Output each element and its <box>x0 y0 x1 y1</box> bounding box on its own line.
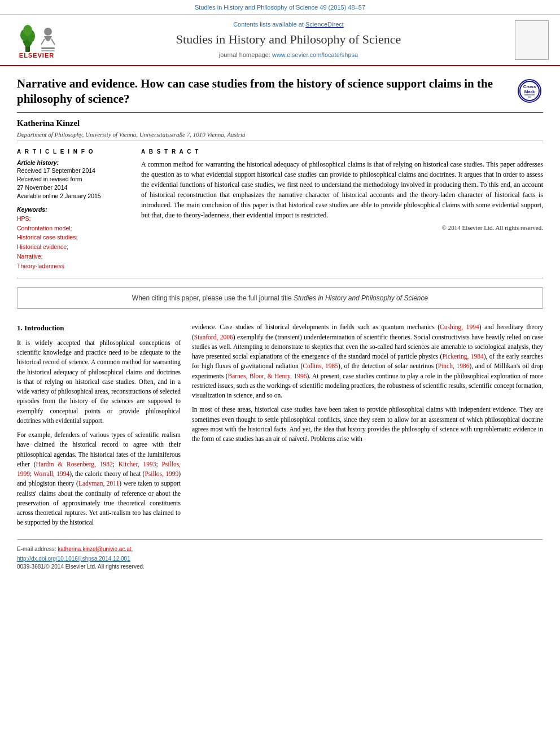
keywords-label: Keywords: <box>17 206 130 214</box>
journal-thumbnail <box>515 20 549 60</box>
svg-point-4 <box>23 25 32 36</box>
ref-worrall[interactable]: Worrall, 1994 <box>33 470 69 477</box>
footer-email: E-mail address: katherina.kinzel@univie.… <box>17 545 543 553</box>
ref-barnes[interactable]: Barnes, Bloor, & Henry, 1996 <box>228 373 307 379</box>
abstract-copyright: © 2014 Elsevier Ltd. All rights reserved… <box>141 224 543 232</box>
svg-line-7 <box>51 39 55 45</box>
svg-rect-9 <box>41 50 55 51</box>
doi-link[interactable]: http://dx.doi.org/10.1016/j.shpsa.2014.1… <box>17 556 130 562</box>
keyword-item: Narrative; <box>17 252 130 261</box>
citation-notice-journal: Studies in History and Philosophy of Sci… <box>294 294 428 302</box>
article-info-column: A R T I C L E I N F O Article history: R… <box>17 148 130 271</box>
right-paragraph-2: In most of these areas, historical case … <box>192 405 543 444</box>
crossmark-badge[interactable]: Cross Mark ™ <box>518 79 543 104</box>
abstract-column: A B S T R A C T A common method for warr… <box>141 148 543 271</box>
abstract-text: A common method for warranting the histo… <box>141 159 543 220</box>
intro-paragraph-2: For example, defenders of various types … <box>17 430 181 528</box>
svg-line-6 <box>41 39 45 45</box>
intro-paragraph-1: It is widely accepted that philosophical… <box>17 338 181 426</box>
intro-title: 1. Introduction <box>17 322 181 334</box>
footer-doi: http://dx.doi.org/10.1016/j.shpsa.2014.1… <box>17 555 543 563</box>
citation-notice-text: When citing this paper, please use the f… <box>132 294 292 302</box>
keyword-item: Theory-ladenness <box>17 261 130 271</box>
ref-psillos2[interactable]: Psillos, 1999 <box>145 470 178 477</box>
svg-text:Cross: Cross <box>523 84 536 89</box>
author-affiliation: Department of Philosophy, University of … <box>17 130 543 139</box>
author-section: Katherina Kinzel Department of Philosoph… <box>17 113 543 140</box>
keywords-section: Keywords: HPS; Confrontation model; Hist… <box>17 206 130 270</box>
article-title-section: Narrative and evidence. How can case stu… <box>17 66 543 113</box>
ref-ladyman[interactable]: Ladyman, 2011 <box>78 480 119 487</box>
journal-name: Studies in History and Philosophy of Sci… <box>62 31 515 49</box>
article-info-header: A R T I C L E I N F O <box>17 148 130 156</box>
right-paragraph-1: evidence. Case studies of historical dev… <box>192 322 543 400</box>
ref-cushing[interactable]: Cushing, 1994 <box>440 324 479 330</box>
author-name: Katherina Kinzel <box>17 117 543 129</box>
sciencedirect-link[interactable]: ScienceDirect <box>305 21 344 28</box>
ref-hardin[interactable]: Hardin & Rosenberg, 1982 <box>36 461 113 468</box>
main-content: Narrative and evidence. How can case stu… <box>0 66 560 574</box>
ref-kitcher[interactable]: Kitcher, 1993 <box>119 461 156 468</box>
svg-text:Mark: Mark <box>524 89 535 94</box>
history-label: Article history: <box>17 159 130 167</box>
ref-collins[interactable]: Collins, 1985 <box>303 362 338 369</box>
ref-pickering[interactable]: Pickering, 1984 <box>442 353 483 360</box>
article-body-columns: 1. Introduction It is widely accepted th… <box>17 318 543 532</box>
revised-label: Received in revised form <box>17 175 130 184</box>
received-date: Received 17 September 2014 <box>17 167 130 175</box>
journal-citation-bar: Studies in History and Philosophy of Sci… <box>0 0 560 15</box>
citation-notice-box: When citing this paper, please use the f… <box>17 287 543 309</box>
svg-rect-8 <box>41 47 55 49</box>
article-body: A R T I C L E I N F O Article history: R… <box>17 141 543 278</box>
sciencedirect-label: Contents lists available at ScienceDirec… <box>62 20 515 29</box>
left-column: 1. Introduction It is widely accepted th… <box>17 322 181 532</box>
article-title: Narrative and evidence. How can case stu… <box>17 76 506 107</box>
right-column: evidence. Case studies of historical dev… <box>192 322 543 532</box>
svg-text:™: ™ <box>528 96 531 99</box>
journal-header: ELSEVIER Contents lists available at Sci… <box>0 15 560 65</box>
footer-copyright: 0039-3681/© 2014 Elsevier Ltd. All right… <box>17 563 543 571</box>
elsevier-logo: ELSEVIER <box>11 19 62 60</box>
ref-stanford[interactable]: Stanford, 2006 <box>194 334 233 340</box>
article-history: Article history: Received 17 September 2… <box>17 159 130 200</box>
revised-date: 27 November 2014 <box>17 184 130 192</box>
journal-title-center: Contents lists available at ScienceDirec… <box>62 20 515 60</box>
keyword-item: HPS; <box>17 214 130 224</box>
journal-homepage-link[interactable]: www.elsevier.com/locate/shpsa <box>272 51 358 58</box>
journal-homepage: journal homepage: www.elsevier.com/locat… <box>62 51 515 59</box>
article-title-text: Narrative and evidence. How can case stu… <box>17 76 518 107</box>
article-footer: E-mail address: katherina.kinzel@univie.… <box>17 539 543 574</box>
keyword-item: Confrontation model; <box>17 224 130 233</box>
ref-pinch[interactable]: Pinch, 1986 <box>438 362 470 369</box>
citation-text: Studies in History and Philosophy of Sci… <box>195 4 365 11</box>
svg-point-5 <box>44 28 52 36</box>
available-online: Available online 2 January 2015 <box>17 192 130 200</box>
abstract-header: A B S T R A C T <box>141 148 543 156</box>
keyword-item: Historical case studies; <box>17 233 130 242</box>
email-link[interactable]: katherina.kinzel@univie.ac.at. <box>58 546 133 552</box>
keywords-list: HPS; Confrontation model; Historical cas… <box>17 214 130 271</box>
keyword-item: Historical evidence; <box>17 242 130 252</box>
